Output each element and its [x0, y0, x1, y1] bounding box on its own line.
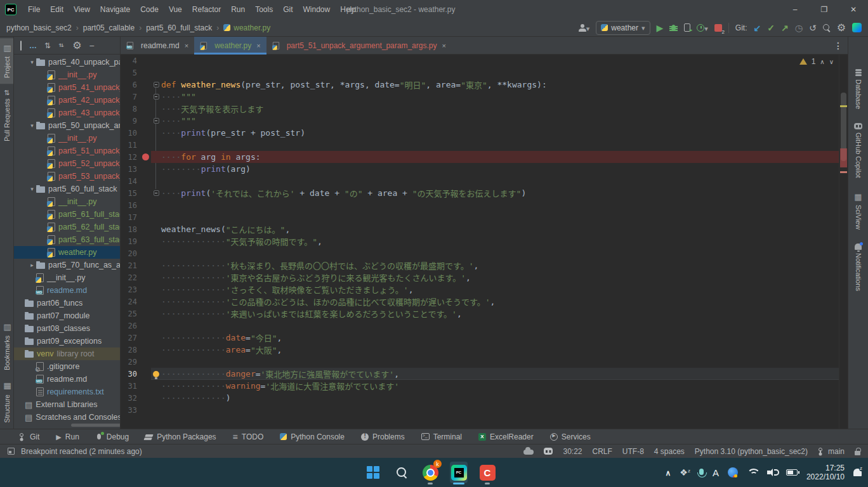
breadcrumb-item[interactable]: weather.py — [212, 23, 270, 32]
lock-icon[interactable] — [855, 451, 860, 455]
run-configuration-select[interactable]: weather — [596, 21, 650, 35]
tool-window-button-python-packages[interactable]: Python Packages — [145, 432, 216, 441]
tree-item-part5_50_unpack_argun[interactable]: ▾part5_50_unpack_argun — [14, 119, 120, 132]
tree-item-.gitignore[interactable]: .gitignore — [14, 360, 120, 373]
next-problem-icon[interactable] — [829, 57, 834, 66]
taskbar-camtasia-button[interactable]: C — [478, 462, 496, 483]
breadcrumb-item[interactable]: part05_callable — [72, 23, 135, 32]
expand-all-icon[interactable] — [44, 41, 51, 50]
close-tab-icon[interactable]: × — [442, 42, 445, 49]
user-icon[interactable] — [579, 23, 590, 33]
debug-button[interactable] — [669, 23, 678, 32]
history-button[interactable] — [795, 23, 803, 33]
editor-tab-weather.py[interactable]: weather.py× — [194, 37, 266, 54]
menu-file[interactable]: File — [23, 5, 45, 14]
settings-button[interactable] — [837, 22, 846, 34]
tool-window-button-todo[interactable]: TODO — [233, 432, 264, 442]
close-tab-icon[interactable]: × — [185, 42, 188, 49]
panel-settings-icon[interactable] — [72, 39, 81, 51]
git-commit-button[interactable] — [767, 23, 775, 33]
tree-item-part07_module[interactable]: part07_module — [14, 309, 120, 322]
editor-tab-readme.md[interactable]: readme.md× — [121, 37, 194, 54]
notifications-bell-icon[interactable] — [853, 469, 862, 476]
warning-mark[interactable] — [840, 105, 847, 107]
stripe-button-bookmarks[interactable]: Bookmarks — [0, 317, 13, 376]
battery-icon[interactable] — [786, 469, 798, 476]
stripe-button-github-copilot[interactable]: GitHub Copilot — [852, 116, 865, 185]
error-stripe[interactable] — [839, 55, 848, 429]
tree-item-part5_61_full_stack.p[interactable]: part5_61_full_stack.p — [14, 208, 120, 221]
breakpoint-icon[interactable] — [142, 153, 149, 160]
stripe-button-structure[interactable]: Structure — [0, 376, 13, 429]
horizontal-scrollbar[interactable] — [71, 424, 121, 427]
tree-item-part5_63_full_stack[interactable]: part5_63_full_stack — [14, 233, 120, 246]
menu-git[interactable]: Git — [278, 5, 298, 14]
highlight-mark[interactable] — [840, 171, 847, 173]
tool-window-button-excelreader[interactable]: XExcelReader — [478, 432, 534, 441]
tray-expand-icon[interactable] — [666, 468, 671, 477]
stripe-button-database[interactable]: Database — [852, 62, 865, 116]
tool-window-button-services[interactable]: Services — [550, 432, 591, 441]
tree-item-part5_53_unpack_an[interactable]: part5_53_unpack_an — [14, 170, 120, 183]
tab-options-icon[interactable] — [829, 37, 848, 54]
wifi-icon[interactable] — [747, 469, 758, 477]
file-encoding[interactable]: UTF-8 — [622, 447, 644, 456]
tree-item-__init__.py[interactable]: __init__.py — [14, 271, 120, 284]
tree-item-part5_42_unpack_pa[interactable]: part5_42_unpack_pa — [14, 94, 120, 107]
inspections-widget[interactable]: 1 — [799, 57, 834, 66]
tree-item-requirements.txt[interactable]: requirements.txt — [14, 386, 120, 398]
python-interpreter[interactable]: Python 3.10 (python_basic_sec2) — [695, 447, 808, 456]
tool-window-button-run[interactable]: Run — [56, 432, 79, 441]
more-options-icon[interactable] — [29, 41, 37, 50]
ime-mode-indicator[interactable]: A — [713, 467, 719, 478]
tool-window-button-terminal[interactable]: Terminal — [421, 432, 462, 441]
code-with-me-icon[interactable] — [852, 23, 862, 32]
github-copilot-icon[interactable] — [544, 448, 553, 455]
stop-button[interactable] — [714, 24, 722, 32]
editor-tab-part5_51_unpack_argument_param_args.py[interactable]: part5_51_unpack_argument_param_args.py× — [266, 37, 452, 54]
tree-item-part09_exceptions[interactable]: part09_exceptions — [14, 335, 120, 347]
git-branch-widget[interactable]: main — [818, 447, 845, 456]
fold-marker-icon[interactable] — [154, 94, 159, 100]
tree-item-part5_43_unpack_pa[interactable]: part5_43_unpack_pa — [14, 107, 120, 119]
rollback-button[interactable] — [809, 23, 817, 33]
hide-panel-icon[interactable] — [89, 41, 94, 51]
minimize-button[interactable]: – — [780, 0, 810, 19]
tree-item-External Libraries[interactable]: External Libraries — [14, 398, 120, 411]
menu-view[interactable]: View — [69, 5, 95, 14]
tree-item-Scratches and Consoles[interactable]: Scratches and Consoles — [14, 411, 120, 424]
tool-window-switcher-icon[interactable] — [8, 448, 15, 455]
tree-item-readme.md[interactable]: readme.md — [14, 284, 120, 297]
breakpoint-mark[interactable] — [840, 148, 847, 167]
menu-edit[interactable]: Edit — [45, 5, 69, 14]
fold-marker-icon[interactable] — [154, 190, 159, 196]
stripe-button-sciview[interactable]: SciView — [851, 185, 865, 237]
fold-marker-icon[interactable] — [154, 82, 159, 88]
tree-item-part5_60_full_stack[interactable]: ▾part5_60_full_stack — [14, 183, 120, 195]
tree-item-part5_52_unpack_an[interactable]: part5_52_unpack_an — [14, 157, 120, 170]
breadcrumb-item[interactable]: part5_60_full_stack — [135, 23, 212, 32]
tree-item-__init__.py[interactable]: __init__.py — [14, 132, 120, 145]
tool-window-button-git[interactable]: Git — [19, 432, 39, 441]
tree-item-part5_51_unpack_an[interactable]: part5_51_unpack_an — [14, 145, 120, 157]
tree-item-part08_classes[interactable]: part08_classes — [14, 322, 120, 335]
taskbar-clock[interactable]: 17:25 2022/10/10 — [806, 464, 845, 481]
dropbox-icon[interactable]: z — [680, 467, 690, 477]
collapse-all-icon[interactable] — [58, 41, 65, 50]
tree-item-part5_41_unpack_pa[interactable]: part5_41_unpack_pa — [14, 81, 120, 94]
breadcrumb-item[interactable]: python_basic_sec2 — [6, 23, 72, 32]
tree-item-venv[interactable]: venvlibrary root — [14, 347, 120, 360]
line-ending[interactable]: CRLF — [592, 447, 612, 456]
menu-vue[interactable]: Vue — [164, 5, 187, 14]
previous-problem-icon[interactable] — [820, 57, 824, 66]
stripe-button-project[interactable]: Project — [0, 38, 13, 84]
intention-bulb-icon[interactable] — [153, 371, 159, 377]
volume-icon[interactable] — [767, 469, 777, 476]
menu-window[interactable]: Window — [298, 5, 336, 14]
taskbar-pycharm-button[interactable]: PC — [450, 462, 468, 483]
git-push-button[interactable] — [781, 23, 789, 33]
menu-navigate[interactable]: Navigate — [95, 5, 135, 14]
indent-setting[interactable]: 4 spaces — [654, 447, 685, 456]
microphone-icon[interactable] — [699, 469, 704, 475]
close-tab-icon[interactable]: × — [256, 42, 260, 49]
